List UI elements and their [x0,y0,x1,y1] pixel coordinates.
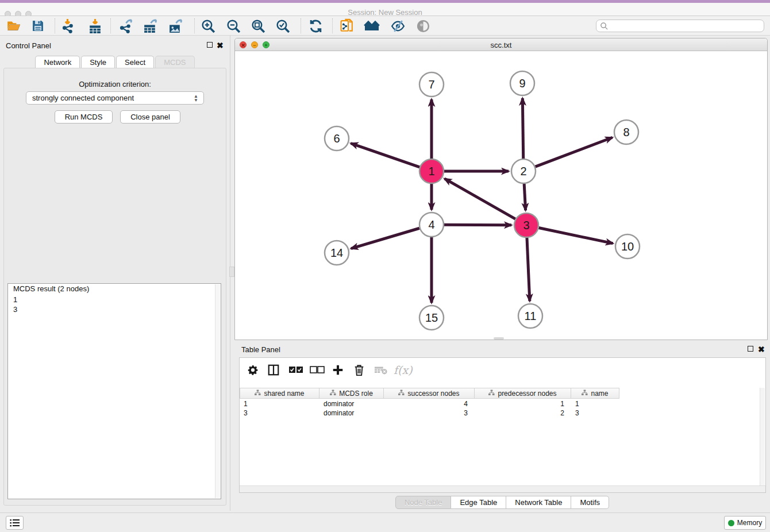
table-cell[interactable]: 1 [475,399,571,408]
float-panel-icon[interactable] [207,42,213,48]
node-label-3: 3 [523,219,529,232]
toolbar-separator [301,18,301,33]
table-panel-title: Table Panel [241,345,280,354]
edge-2-9[interactable] [522,98,523,159]
table-cell[interactable]: dominator [319,399,384,408]
sort-icon [488,390,495,398]
column-header-4[interactable]: name [571,388,619,399]
open-session-icon[interactable] [3,18,24,34]
table-cell[interactable]: 1 [240,399,319,408]
table-cell[interactable]: 4 [384,399,475,408]
table-hscrollbar[interactable] [240,485,765,492]
delete-table-icon[interactable] [374,361,388,379]
import-table-icon[interactable] [84,18,105,34]
table-cell[interactable]: 3 [384,408,475,418]
search-input[interactable] [609,21,764,31]
tab-network[interactable]: Network [35,56,80,68]
export-network-icon[interactable] [115,18,136,34]
network-window-titlebar[interactable]: ✕ − + scc.txt [235,38,767,51]
zoom-selected-icon[interactable] [272,18,293,34]
tab-select[interactable]: Select [116,56,154,68]
node-label-10: 10 [621,240,634,253]
edge-1-6[interactable] [351,143,420,167]
column-header-2[interactable]: successor nodes [384,388,475,399]
column-header-label: successor nodes [407,390,459,398]
search-icon [600,22,609,30]
node-table: f(x) shared nameMCDS rolesuccessor nodes… [239,357,766,493]
first-neighbors-icon[interactable] [362,18,383,34]
memory-status-icon [728,520,734,526]
export-image-icon[interactable] [165,18,186,34]
column-header-label: MCDS role [339,390,373,398]
optimization-criterion-select[interactable]: strongly connected component ▲▼ [26,91,204,105]
control-panel: Control Panel ✖ NetworkStyleSelectMCDS O… [0,36,230,511]
edge-3-11[interactable] [527,238,530,301]
column-header-0[interactable]: shared name [240,388,319,399]
node-label-2: 2 [520,165,526,178]
run-mcds-button[interactable]: Run MCDS [55,110,113,124]
toolbar-separator [110,18,111,33]
zoom-fit-icon[interactable] [248,18,268,34]
network-graph-canvas[interactable]: 1234678910111415 [235,51,767,340]
table-cell[interactable]: 3 [240,408,319,418]
columns-icon[interactable] [267,361,280,379]
tab-node-table[interactable]: Node Table [395,496,452,509]
node-label-6: 6 [333,132,340,145]
memory-button[interactable]: Memory [724,516,766,530]
tab-motifs[interactable]: Motifs [571,496,609,509]
chevron-updown-icon: ▲▼ [192,93,200,103]
edge-4-14[interactable] [351,228,419,248]
show-graphics-icon[interactable] [387,18,408,34]
mcds-result-values: 1 3 [13,295,17,314]
close-panel-icon[interactable]: ✖ [217,43,224,48]
table-cell[interactable]: 2 [475,408,571,418]
function-builder-icon: f(x) [394,361,413,379]
splitter-grip[interactable] [229,267,234,277]
edge-4-3[interactable] [444,225,511,225]
save-session-icon[interactable] [28,18,48,34]
edge-3-10[interactable] [539,228,613,244]
table-tabs: Node TableEdge TableNetwork TableMotifs [234,496,770,509]
tab-mcds[interactable]: MCDS [155,56,194,68]
zoom-out-icon[interactable] [223,18,244,34]
refresh-view-icon[interactable] [305,18,326,34]
export-table-icon[interactable] [140,18,160,34]
window-title: Session: New Session [0,8,770,17]
node-label-14: 14 [330,246,343,259]
tab-style[interactable]: Style [81,56,115,68]
edge-2-8[interactable] [536,137,613,167]
edge-2-3[interactable] [524,184,525,210]
import-network-icon[interactable] [57,18,78,34]
hide-graphics-icon[interactable] [413,18,433,34]
zoom-in-icon[interactable] [198,18,218,34]
network-hscroll-nub[interactable] [494,337,504,340]
tab-edge-table[interactable]: Edge Table [451,496,506,509]
float-table-panel-icon[interactable] [748,346,753,352]
sort-icon [398,390,405,398]
table-cell[interactable]: 1 [571,399,619,408]
table-cell[interactable]: dominator [319,408,384,418]
mcds-result-scrollbar[interactable] [215,284,220,498]
close-table-panel-icon[interactable]: ✖ [758,346,765,352]
optimization-criterion-label: Optimization criterion: [4,80,226,88]
column-header-1[interactable]: MCDS role [319,388,384,399]
task-history-button[interactable] [6,516,24,530]
tab-network-table[interactable]: Network Table [506,496,571,509]
delete-column-icon[interactable] [353,361,365,379]
main-toolbar [0,16,770,36]
column-header-3[interactable]: predecessor nodes [475,388,571,399]
node-label-1: 1 [428,165,434,178]
edge-3-1[interactable] [445,179,515,219]
gear-icon[interactable] [247,361,259,379]
node-label-9: 9 [519,77,525,90]
deselect-all-icon[interactable] [310,361,325,379]
table-vscrollbar[interactable] [760,388,765,485]
column-header-label: predecessor nodes [498,390,556,398]
table-cell[interactable]: 3 [571,408,619,418]
clone-network-icon[interactable] [337,18,357,34]
node-label-4: 4 [428,218,434,231]
search-field[interactable] [596,20,764,32]
add-column-icon[interactable] [332,361,344,379]
close-panel-button[interactable]: Close panel [120,110,180,124]
select-all-icon[interactable] [288,361,303,379]
